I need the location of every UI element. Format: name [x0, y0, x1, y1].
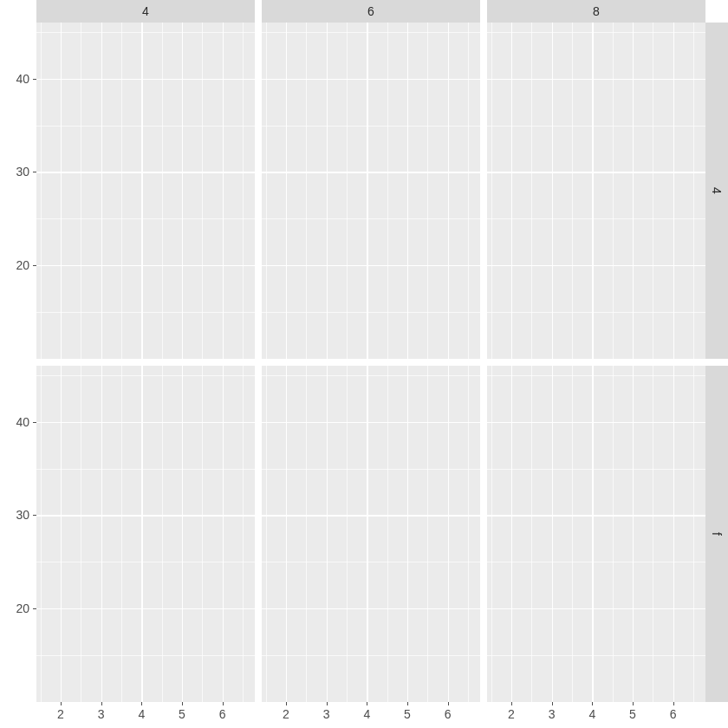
grid-v-minor — [491, 23, 492, 359]
grid-v-minor — [693, 366, 694, 702]
grid-v — [61, 23, 62, 359]
grid-v — [141, 23, 142, 359]
col-strip-label: 6 — [367, 4, 374, 18]
y-tick — [33, 515, 36, 516]
x-tick-label: 5 — [629, 707, 636, 721]
x-tick — [61, 702, 62, 705]
col-strip-label: 4 — [142, 4, 149, 18]
grid-v — [448, 366, 449, 702]
x-tick — [182, 702, 183, 705]
row-strip: 4 — [705, 23, 728, 359]
x-tick — [633, 702, 634, 705]
grid-v — [673, 23, 674, 359]
x-tick — [592, 702, 593, 705]
grid-v — [182, 366, 183, 702]
grid-v — [592, 23, 593, 359]
grid-v — [552, 23, 553, 359]
grid-v-minor — [427, 366, 428, 702]
y-tick — [33, 608, 36, 609]
grid-v-minor — [202, 366, 203, 702]
grid-v-minor — [531, 366, 532, 702]
grid-v-minor — [387, 23, 388, 359]
y-tick-label: 20 — [0, 258, 29, 272]
x-tick-label: 6 — [219, 707, 226, 721]
x-tick-label: 5 — [179, 707, 185, 721]
grid-v-minor — [306, 366, 307, 702]
facet-chart: 4684f203040203040234562345623456 — [0, 0, 728, 728]
grid-v — [141, 366, 142, 702]
grid-v — [511, 366, 512, 702]
grid-v-minor — [243, 23, 244, 359]
y-tick — [33, 422, 36, 423]
grid-v-minor — [468, 366, 469, 702]
grid-v — [327, 23, 328, 359]
x-tick — [407, 702, 408, 705]
grid-v-minor — [653, 366, 653, 702]
x-tick-label: 3 — [323, 707, 330, 721]
row-strip-label: f — [710, 532, 724, 536]
panel — [262, 23, 480, 359]
row-strip: f — [705, 366, 728, 702]
grid-v — [673, 366, 674, 702]
grid-v-minor — [693, 23, 694, 359]
grid-v-minor — [468, 23, 469, 359]
grid-v-minor — [572, 23, 573, 359]
grid-v — [286, 366, 287, 702]
col-strip: 4 — [36, 0, 255, 23]
x-tick-label: 2 — [508, 707, 515, 721]
grid-v — [101, 366, 102, 702]
col-strip: 8 — [487, 0, 705, 23]
grid-v-minor — [613, 366, 614, 702]
y-tick-label: 40 — [0, 415, 29, 429]
x-tick-label: 6 — [670, 707, 677, 721]
x-tick-label: 4 — [588, 707, 595, 721]
y-tick-label: 20 — [0, 601, 29, 615]
y-tick — [33, 79, 36, 80]
col-strip: 6 — [262, 0, 480, 23]
x-tick — [286, 702, 287, 705]
x-tick-label: 3 — [549, 707, 556, 721]
x-tick — [552, 702, 553, 705]
x-tick — [511, 702, 512, 705]
grid-v-minor — [41, 366, 42, 702]
grid-v-minor — [121, 23, 122, 359]
grid-v — [407, 23, 408, 359]
grid-v — [407, 366, 408, 702]
grid-v — [61, 366, 62, 702]
grid-v-minor — [306, 23, 307, 359]
grid-v-minor — [266, 23, 267, 359]
panel — [487, 23, 705, 359]
grid-v — [552, 366, 553, 702]
y-tick-label: 30 — [0, 508, 29, 522]
grid-v-minor — [531, 23, 532, 359]
x-tick — [448, 702, 449, 705]
panel — [487, 366, 705, 702]
grid-v-minor — [41, 23, 42, 359]
grid-v — [223, 23, 224, 359]
grid-v — [367, 23, 367, 359]
col-strip-label: 8 — [593, 4, 600, 18]
x-tick-label: 4 — [138, 707, 145, 721]
grid-v — [448, 23, 449, 359]
panel — [36, 366, 255, 702]
x-tick — [673, 702, 674, 705]
panel — [36, 23, 255, 359]
grid-v — [367, 366, 367, 702]
x-tick — [327, 702, 328, 705]
grid-v-minor — [387, 366, 388, 702]
grid-v-minor — [427, 23, 428, 359]
grid-v — [511, 23, 512, 359]
grid-v-minor — [202, 23, 203, 359]
grid-v — [182, 23, 183, 359]
x-tick-label: 2 — [283, 707, 289, 721]
grid-v-minor — [162, 23, 163, 359]
x-tick — [141, 702, 142, 705]
x-tick-label: 2 — [57, 707, 64, 721]
y-tick-label: 40 — [0, 72, 29, 86]
row-strip-label: 4 — [710, 187, 724, 194]
grid-v — [101, 23, 102, 359]
grid-v-minor — [243, 366, 244, 702]
x-tick — [101, 702, 102, 705]
x-tick-label: 4 — [363, 707, 370, 721]
x-tick-label: 5 — [404, 707, 411, 721]
